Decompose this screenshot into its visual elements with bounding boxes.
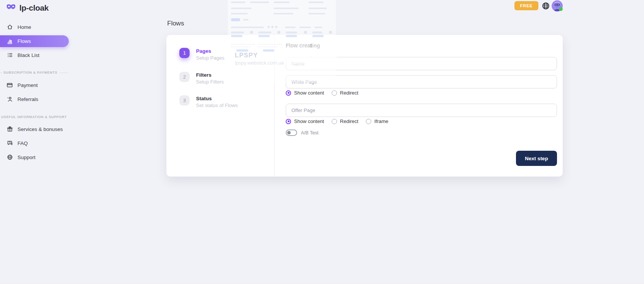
sidebar-section-support: USEFUL INFORMATION & SUPPORT: [0, 115, 72, 119]
mask-icon: [6, 3, 16, 13]
globe-icon: [6, 154, 13, 161]
flows-icon: [6, 38, 13, 44]
section-label: SUBSCRIPTION & PAYMENTS: [3, 71, 57, 74]
brand-logo[interactable]: lp-cloak: [6, 3, 49, 13]
radio-selected-icon: [286, 90, 291, 96]
sidebar-item-label: Services & bonuses: [17, 126, 63, 132]
plan-badge[interactable]: FREE: [514, 1, 538, 10]
offer-page-option-iframe[interactable]: Iframe: [366, 118, 388, 124]
sidebar: lp-cloak Home Flows Black List: [0, 0, 76, 284]
ab-test-toggle[interactable]: [286, 129, 297, 136]
step-number-badge: 3: [179, 95, 190, 106]
radio-label: Iframe: [374, 118, 388, 124]
svg-text:?!: ?!: [8, 141, 11, 144]
step-title: Pages: [196, 48, 224, 54]
toggle-knob: [287, 131, 291, 134]
sidebar-item-faq[interactable]: ?! FAQ: [0, 137, 72, 149]
home-icon: [6, 24, 13, 30]
name-input[interactable]: [286, 57, 557, 70]
radio-label: Redirect: [340, 118, 358, 124]
step-subtitle: Setup Pages: [196, 55, 224, 61]
radio-icon: [366, 119, 371, 124]
flow-creating-modal: 1 Pages Setup Pages 2 Filters Setup Filt…: [166, 35, 563, 177]
online-status-dot: [559, 7, 563, 11]
white-page-option-show-content[interactable]: Show content: [286, 90, 324, 96]
list-icon: [6, 52, 13, 58]
section-label: USEFUL INFORMATION & SUPPORT: [1, 115, 67, 119]
step-pages[interactable]: 1 Pages Setup Pages: [179, 48, 224, 61]
language-globe-icon[interactable]: [542, 2, 550, 10]
credit-card-icon: [6, 82, 13, 88]
modal-divider: [274, 35, 275, 177]
sidebar-item-support[interactable]: Support: [0, 151, 72, 163]
ab-test-toggle-row[interactable]: A/B Test: [286, 129, 318, 136]
sidebar-item-label: Payment: [17, 82, 38, 88]
sidebar-item-label: Referrals: [17, 96, 38, 102]
sidebar-item-payment[interactable]: Payment: [0, 79, 72, 91]
step-status[interactable]: 3 Status Set status of Flows: [179, 95, 238, 108]
sidebar-item-label: FAQ: [17, 140, 28, 146]
offer-page-mode-group: Show content Redirect Iframe: [286, 118, 388, 124]
offer-page-option-redirect[interactable]: Redirect: [332, 118, 358, 124]
radio-label: Show content: [294, 90, 324, 96]
step-title: Status: [196, 95, 238, 101]
form-title: Flow creating: [286, 43, 320, 49]
sidebar-item-services[interactable]: Services & bonuses: [0, 123, 72, 135]
page-title: Flows: [167, 20, 184, 27]
sidebar-item-label: Home: [17, 24, 31, 30]
gift-icon: [6, 126, 13, 133]
white-page-option-redirect[interactable]: Redirect: [332, 90, 358, 96]
sidebar-item-referrals[interactable]: Referrals: [0, 93, 72, 105]
white-page-mode-group: Show content Redirect: [286, 90, 358, 96]
sidebar-section-subscription: SUBSCRIPTION & PAYMENTS: [0, 71, 72, 74]
step-subtitle: Setup Filters: [196, 79, 224, 85]
radio-selected-icon: [286, 119, 291, 124]
step-number-badge: 2: [179, 72, 190, 82]
faq-bubble-icon: ?!: [6, 140, 13, 147]
sidebar-item-label: Black List: [17, 52, 40, 58]
radio-icon: [332, 90, 337, 96]
sidebar-item-black-list[interactable]: Black List: [0, 49, 72, 61]
sidebar-item-label: Support: [17, 155, 35, 160]
offer-page-input[interactable]: [286, 104, 557, 117]
radio-label: Show content: [294, 118, 324, 124]
step-subtitle: Set status of Flows: [196, 103, 238, 108]
next-step-button[interactable]: Next step: [516, 151, 557, 166]
ab-test-label: A/B Test: [301, 130, 318, 136]
offer-page-option-show-content[interactable]: Show content: [286, 118, 324, 124]
step-title: Filters: [196, 72, 224, 78]
sidebar-item-home[interactable]: Home: [0, 21, 72, 33]
referral-user-icon: [6, 96, 13, 103]
radio-icon: [332, 119, 337, 124]
step-number-badge: 1: [179, 48, 190, 58]
sidebar-item-label: Flows: [17, 38, 31, 44]
brand-name: lp-cloak: [19, 3, 49, 13]
sidebar-item-flows[interactable]: Flows: [0, 35, 69, 47]
step-filters[interactable]: 2 Filters Setup Filters: [179, 72, 224, 85]
white-page-input[interactable]: [286, 75, 557, 88]
radio-label: Redirect: [340, 90, 358, 96]
